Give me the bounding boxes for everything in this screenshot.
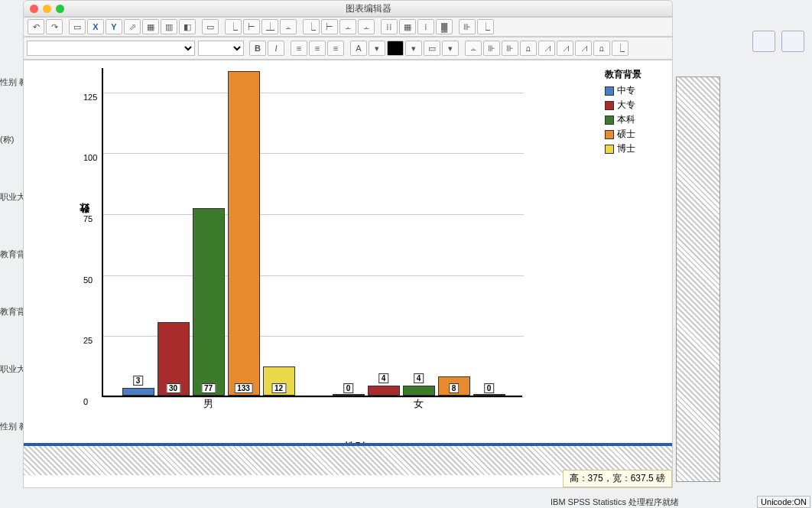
legend-swatch (605, 130, 614, 139)
grid-icon[interactable]: ▦ (399, 19, 416, 34)
chart-mini-icon[interactable]: ⩘ (538, 41, 555, 56)
legend-item[interactable]: 本科 (605, 113, 641, 126)
chart-mini-icon[interactable]: ⊪ (483, 41, 500, 56)
dropdown-icon[interactable]: ▾ (442, 41, 459, 56)
color-icon[interactable]: ▓ (436, 19, 453, 34)
legend-label: 博士 (617, 142, 635, 155)
bar-value-label: 4 (414, 373, 424, 383)
legend-item[interactable]: 博士 (605, 142, 641, 155)
bar-value-label: 133 (234, 383, 253, 393)
align-right-icon[interactable]: ≡ (327, 41, 344, 56)
bar[interactable]: 30 (158, 322, 190, 396)
bar[interactable]: 4 (403, 386, 435, 396)
legend-item[interactable]: 大专 (605, 99, 641, 112)
legend-title: 教育背景 (605, 68, 641, 81)
chart-type-icon[interactable]: ⫠ (280, 19, 297, 34)
toolbar-primary: ↶ ↷ ▭ X Y ⬀ ▦ ▥ ◧ ▭ ⎿ ⊢ ⏊ ⫠ ⎿ ⊢ ⫠ ⫠ ⁞⁞ ▦… (23, 17, 673, 37)
chart-type-icon[interactable]: ⏊ (261, 19, 278, 34)
minimize-icon[interactable] (43, 5, 51, 13)
zoom-icon[interactable] (56, 5, 64, 13)
tool-icon[interactable]: ⬀ (124, 19, 141, 34)
bar[interactable]: 4 (368, 386, 400, 396)
chart-mini-icon[interactable]: ⊪ (502, 41, 518, 56)
y-axis-button[interactable]: Y (106, 19, 122, 34)
legend-item[interactable]: 中专 (605, 84, 641, 97)
chart-mini-icon[interactable]: ⩘ (575, 41, 592, 56)
outer-toolbar-icons (752, 31, 804, 52)
chart-mini-icon[interactable]: ⩘ (557, 41, 573, 56)
chart-type-icon[interactable]: ⎿ (303, 19, 320, 34)
chart-area: 计数 3307713312男04480女 性别 0255075100125 (77, 68, 612, 420)
bar-value-label: 3 (133, 376, 144, 386)
plot-area[interactable]: 3307713312男04480女 (102, 68, 522, 397)
legend-label: 大专 (617, 99, 635, 112)
bold-button[interactable]: B (249, 41, 266, 56)
spss-status-text: IBM SPSS Statistics 处理程序就绪 (551, 497, 679, 508)
grid-icon[interactable]: ⁞ (417, 19, 434, 34)
undo-button[interactable]: ↶ (28, 19, 44, 34)
bg-label: 职业大 (0, 191, 21, 203)
chart-type-icon[interactable]: ⊪ (459, 19, 476, 34)
size-status-popup: 高：375，宽：637.5 磅 (563, 470, 672, 487)
bg-label: 性别 教 (0, 421, 21, 432)
y-tick: 100 (83, 153, 186, 162)
chart-type-icon[interactable]: ⎿ (225, 19, 242, 34)
bar[interactable]: 77 (193, 208, 225, 396)
chart-mini-icon[interactable]: ⩍ (520, 41, 537, 56)
app-icon-2[interactable] (781, 31, 804, 52)
app-icon-1[interactable] (752, 31, 775, 52)
chart-type-icon[interactable]: ⫠ (358, 19, 375, 34)
chart-mini-icon[interactable]: ⫠ (465, 41, 482, 56)
redo-button[interactable]: ↷ (46, 19, 63, 34)
tool-icon[interactable]: ▥ (161, 19, 177, 34)
bg-label: 职业大 (0, 363, 21, 375)
legend-swatch (605, 116, 614, 125)
bar-value-label: 8 (449, 383, 460, 393)
tool-icon[interactable]: ▦ (142, 19, 159, 34)
tool-icon[interactable]: ▭ (69, 19, 86, 34)
chart-type-icon[interactable]: ⊢ (321, 19, 338, 34)
chart-type-icon[interactable]: ⫠ (339, 19, 356, 34)
font-family-select[interactable] (27, 41, 195, 56)
chart-editor-canvas: 计数 3307713312男04480女 性别 0255075100125 教育… (23, 60, 673, 488)
y-tick: 0 (83, 397, 186, 406)
x-axis-button[interactable]: X (87, 19, 104, 34)
window-titlebar: 图表编辑器 (23, 0, 673, 17)
chart-mini-icon[interactable]: ⎿ (612, 41, 628, 56)
text-color-button[interactable]: A (350, 41, 367, 56)
bg-label: 教育背 (0, 306, 21, 318)
dropdown-icon[interactable]: ▾ (405, 41, 422, 56)
background-hatch-panel (676, 77, 720, 482)
align-center-icon[interactable]: ≡ (309, 41, 326, 56)
unicode-status: Unicode:ON (757, 496, 810, 508)
bar-value-label: 30 (166, 383, 180, 393)
legend-item[interactable]: 硕士 (605, 128, 641, 141)
font-size-select[interactable] (198, 41, 244, 56)
bar[interactable]: 12 (263, 366, 295, 396)
tool-icon[interactable]: ▭ (202, 19, 219, 34)
bar[interactable]: 0 (473, 394, 505, 396)
legend-label: 中专 (617, 84, 635, 97)
grid-icon[interactable]: ⁞⁞ (381, 19, 398, 34)
dropdown-icon[interactable]: ▾ (369, 41, 385, 56)
chart-mini-icon[interactable]: ⩍ (593, 41, 610, 56)
chart-type-icon[interactable]: ⊢ (243, 19, 260, 34)
bar-value-label: 77 (201, 383, 216, 393)
bar[interactable]: 133 (228, 71, 260, 396)
bar-value-label: 0 (484, 383, 495, 393)
chart-type-icon[interactable]: ⎿ (477, 19, 494, 34)
y-tick: 50 (83, 275, 186, 285)
window-title: 图表编辑器 (64, 2, 672, 15)
tool-icon[interactable]: ◧ (179, 19, 196, 34)
fill-color-swatch[interactable] (387, 41, 404, 56)
bg-label: 教育背 (0, 249, 21, 260)
legend-label: 本科 (617, 113, 635, 126)
bar[interactable]: 3 (122, 388, 154, 396)
bar[interactable]: 8 (438, 376, 470, 396)
italic-button[interactable]: I (268, 41, 284, 56)
close-icon[interactable] (30, 5, 38, 13)
toolbar-format: B I ≡ ≡ ≡ A ▾ ▾ ▭ ▾ ⫠ ⊪ ⊪ ⩍ ⩘ ⩘ ⩘ ⩍ ⎿ (23, 37, 673, 60)
bar[interactable]: 0 (333, 394, 365, 396)
align-left-icon[interactable]: ≡ (291, 41, 307, 56)
border-color-swatch[interactable]: ▭ (424, 41, 440, 56)
